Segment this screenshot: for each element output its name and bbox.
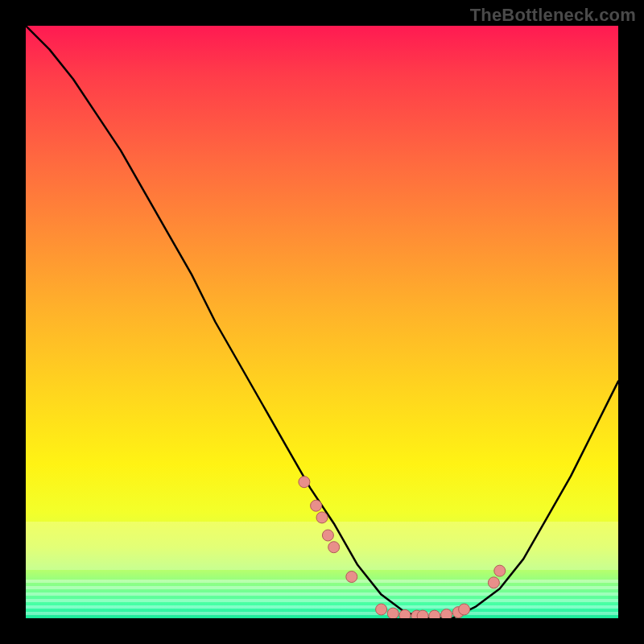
curve-marker	[399, 609, 411, 618]
marker-layer	[299, 477, 506, 618]
curve-marker	[459, 604, 470, 615]
curve-marker	[488, 577, 499, 588]
watermark-text: TheBottleneck.com	[470, 5, 636, 26]
curve-marker	[328, 542, 340, 553]
curve-marker	[387, 608, 398, 618]
curve-marker	[494, 565, 506, 576]
plot-area	[26, 26, 618, 618]
curve-marker	[346, 572, 357, 583]
chart-frame: TheBottleneck.com	[0, 0, 644, 644]
curve-marker	[299, 477, 310, 488]
curve-marker	[322, 530, 333, 541]
curve-marker	[417, 610, 428, 618]
curve-marker	[311, 500, 322, 511]
curve-marker	[316, 512, 328, 523]
bottleneck-curve	[26, 26, 618, 618]
curve-marker	[441, 609, 452, 618]
curve-layer	[26, 26, 618, 618]
curve-marker	[429, 610, 440, 618]
curve-marker	[376, 604, 387, 615]
